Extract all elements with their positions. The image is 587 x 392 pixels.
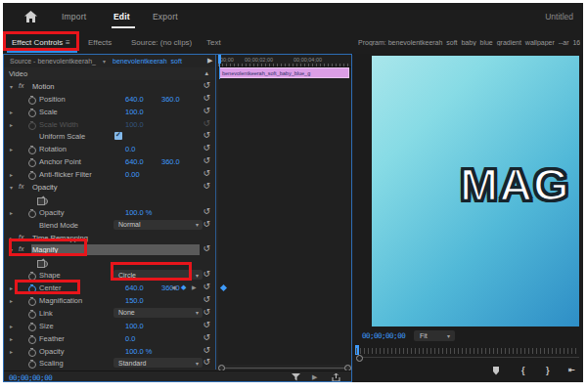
checkbox[interactable]: ✓	[114, 132, 122, 140]
stopwatch-icon[interactable]	[28, 336, 36, 344]
stopwatch-icon[interactable]	[28, 147, 36, 154]
timeline-clip-bar[interactable]: benevolentkeerah_soft_baby_blue_g	[219, 67, 349, 78]
playhead-timecode[interactable]: 00;00;00;00	[9, 373, 52, 382]
rect-mask-icon[interactable]	[37, 260, 45, 268]
nav-import[interactable]: Import	[62, 12, 86, 22]
reset-param-icon[interactable]: ↺	[203, 130, 210, 140]
expander-icon[interactable]: ▾	[10, 184, 13, 191]
rect-mask-icon[interactable]	[37, 197, 45, 205]
param-value[interactable]: 640.0	[125, 157, 144, 166]
tab-program-monitor[interactable]: Program: benevolentkeerah_soft_baby_blue…	[358, 39, 580, 46]
collapse-section-icon[interactable]: ▴	[204, 69, 208, 77]
param-value[interactable]: 100.0 %	[125, 347, 153, 356]
reset-param-icon[interactable]: ↺	[203, 332, 210, 342]
expander-icon[interactable]: ▸	[10, 171, 13, 178]
stopwatch-icon[interactable]	[28, 298, 36, 306]
reset-param-icon[interactable]: ↺	[203, 269, 210, 279]
go-to-in-icon[interactable]: ⇤	[568, 366, 574, 374]
param-dropdown[interactable]: Normal▾	[113, 220, 203, 230]
expander-icon[interactable]: ▸	[10, 209, 13, 216]
param-value[interactable]: 0.00	[125, 170, 140, 179]
reset-param-icon[interactable]: ↺	[203, 320, 210, 329]
timeline-playhead[interactable]	[218, 55, 221, 64]
param-value[interactable]: 100.0	[125, 322, 144, 330]
param-value[interactable]: 640.0	[125, 95, 144, 104]
stopwatch-icon[interactable]	[28, 210, 36, 218]
tab-source[interactable]: Source: (no clips)	[131, 38, 192, 47]
param-value[interactable]: 360.0	[161, 95, 180, 104]
reset-param-icon[interactable]: ↺	[203, 106, 210, 115]
reset-param-icon[interactable]: ↺	[203, 357, 210, 367]
reset-param-icon[interactable]: ↺	[203, 168, 210, 178]
expander-icon[interactable]: ▸	[10, 297, 13, 304]
param-value[interactable]: 150.0	[125, 296, 144, 305]
export-icon[interactable]	[332, 373, 340, 382]
param-dropdown[interactable]: Standard▾	[113, 358, 203, 368]
effect-controls-timeline[interactable]: 00;00 00;00;02;00 00;00;04;00 benevolent…	[218, 55, 351, 365]
param-dropdown[interactable]: None▾	[113, 308, 203, 318]
center-keyframe-diamond[interactable]	[220, 284, 227, 291]
nav-edit[interactable]: Edit	[113, 12, 130, 22]
reset-param-icon[interactable]: ↺	[203, 294, 210, 304]
expander-icon[interactable]: ▸	[10, 284, 13, 291]
next-keyframe-icon[interactable]: ▶	[192, 283, 197, 290]
reset-param-icon[interactable]: ↺	[203, 345, 210, 355]
expander-icon[interactable]: ▸	[10, 146, 13, 152]
reset-param-icon[interactable]: ↺	[203, 181, 210, 191]
filter-properties-icon[interactable]	[292, 373, 300, 381]
zoom-level-dropdown[interactable]: Fit ▾	[414, 330, 455, 341]
play-icon[interactable]: ▶	[207, 57, 212, 65]
chevron-down-icon[interactable]: ▾	[103, 58, 106, 65]
add-marker-icon[interactable]	[492, 367, 500, 375]
nav-export[interactable]: Export	[153, 12, 178, 22]
reset-param-icon[interactable]: ↺	[203, 143, 210, 152]
program-timecode[interactable]: 00;00;00;00	[362, 331, 405, 340]
reset-param-icon[interactable]: ↺	[203, 93, 210, 103]
tab-effects[interactable]: Effects	[88, 38, 112, 47]
stopwatch-icon[interactable]	[28, 361, 36, 369]
reset-param-icon[interactable]: ↺	[203, 118, 210, 128]
expander-icon[interactable]: ▸	[10, 121, 13, 128]
stopwatch-icon[interactable]	[28, 311, 36, 319]
reset-param-icon[interactable]: ↺	[203, 243, 210, 253]
stopwatch-icon[interactable]	[28, 97, 36, 105]
effect-name[interactable]: Opacity	[32, 183, 57, 192]
expander-icon[interactable]: ▾	[10, 83, 13, 90]
stopwatch-icon[interactable]	[28, 159, 36, 167]
mark-out-icon[interactable]: }	[546, 366, 550, 375]
home-icon[interactable]	[24, 11, 37, 22]
stopwatch-icon[interactable]	[28, 172, 36, 180]
reset-param-icon[interactable]: ↺	[203, 155, 210, 165]
param-value[interactable]: 0.0	[125, 334, 135, 343]
param-value[interactable]: 100.0	[125, 108, 144, 116]
mark-in-icon[interactable]: {	[521, 366, 525, 375]
reset-param-icon[interactable]: ↺	[203, 206, 210, 216]
expander-icon[interactable]: ▸	[10, 348, 13, 355]
stopwatch-icon[interactable]	[28, 122, 36, 130]
expander-icon[interactable]: ▸	[10, 323, 13, 329]
reset-param-icon[interactable]: ↺	[203, 282, 210, 291]
expander-icon[interactable]: ▸	[10, 109, 13, 115]
param-value[interactable]: 100.0 %	[125, 208, 153, 217]
reset-param-icon[interactable]: ↺	[203, 307, 210, 317]
stopwatch-icon[interactable]	[28, 109, 36, 117]
stopwatch-icon[interactable]	[28, 324, 36, 331]
expander-icon[interactable]: ▸	[10, 335, 13, 342]
timeline-ruler[interactable]: 00;00 00;00;02;00 00;00;04;00	[218, 55, 351, 67]
add-keyframe-icon[interactable]: ◆	[181, 283, 186, 291]
stopwatch-icon[interactable]	[28, 349, 36, 357]
param-value[interactable]: 360.0	[161, 157, 180, 166]
prev-keyframe-icon[interactable]: ◀	[171, 283, 176, 290]
program-scroll-handle[interactable]	[356, 355, 363, 362]
program-ruler[interactable]	[356, 348, 579, 354]
program-video-preview[interactable]: MAG	[372, 56, 579, 327]
tab-text[interactable]: Text	[206, 38, 221, 47]
param-value[interactable]: 640.0	[125, 283, 144, 292]
sequence-clip-name[interactable]: benevolentkeerah_soft_	[113, 58, 186, 65]
effect-name[interactable]: Motion	[32, 82, 55, 91]
reset-param-icon[interactable]: ↺	[203, 80, 210, 90]
reset-param-icon[interactable]: ↺	[203, 219, 210, 229]
play-audio-icon[interactable]: ▶	[312, 373, 317, 381]
param-value[interactable]: 100.0	[125, 120, 144, 129]
param-value[interactable]: 0.0	[125, 145, 135, 153]
